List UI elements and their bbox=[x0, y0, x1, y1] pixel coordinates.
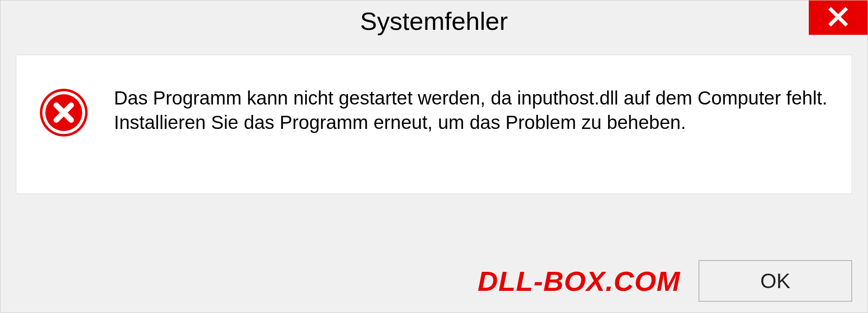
content-panel: Das Programm kann nicht gestartet werden… bbox=[16, 55, 852, 194]
error-icon bbox=[39, 88, 89, 139]
dialog-footer: DLL-BOX.COM OK bbox=[0, 260, 868, 302]
close-icon bbox=[827, 6, 849, 29]
ok-button[interactable]: OK bbox=[698, 260, 852, 302]
error-message: Das Programm kann nicht gestartet werden… bbox=[114, 86, 829, 135]
watermark-text: DLL-BOX.COM bbox=[478, 265, 680, 297]
titlebar: Systemfehler bbox=[0, 0, 868, 41]
close-button[interactable] bbox=[809, 0, 868, 35]
dialog-title: Systemfehler bbox=[360, 6, 508, 36]
